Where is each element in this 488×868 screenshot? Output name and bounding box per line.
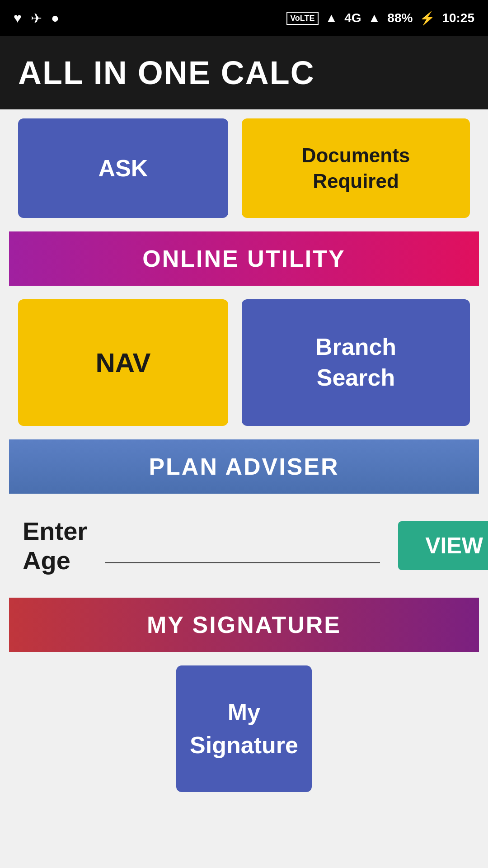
signature-section: MySignature	[9, 652, 479, 806]
status-bar-left: ♥ ✈ ●	[14, 10, 59, 26]
utility-buttons-row: NAV BranchSearch	[9, 286, 479, 439]
my-signature-button[interactable]: MySignature	[176, 665, 312, 792]
documents-required-button[interactable]: DocumentsRequired	[242, 118, 470, 218]
age-input[interactable]	[105, 528, 380, 563]
clock: 10:25	[442, 11, 474, 25]
ask-button[interactable]: ASK	[18, 118, 228, 218]
view-button[interactable]: VIEW	[398, 521, 488, 570]
top-buttons-row: ASK DocumentsRequired	[9, 109, 479, 231]
enter-age-row: Enter Age VIEW	[18, 512, 470, 580]
signal-icon: ▲	[325, 11, 338, 25]
battery-level: 88%	[387, 11, 413, 25]
my-signature-label: MySignature	[190, 696, 298, 762]
battery-icon: ⚡	[419, 11, 435, 26]
record-icon: ●	[51, 10, 59, 26]
my-signature-header[interactable]: MY SIGNATURE	[9, 598, 479, 652]
status-bar-right: VoLTE ▲ 4G ▲ 88% ⚡ 10:25	[286, 11, 474, 26]
branch-search-label: BranchSearch	[315, 332, 396, 393]
documents-label: DocumentsRequired	[302, 142, 410, 194]
plan-adviser-section: Enter Age VIEW	[9, 494, 479, 598]
branch-search-button[interactable]: BranchSearch	[242, 299, 470, 426]
volte-badge: VoLTE	[286, 12, 318, 25]
nav-button[interactable]: NAV	[18, 299, 228, 426]
signal-4g: 4G	[344, 11, 361, 25]
plan-adviser-header[interactable]: PLAN ADVISER	[9, 439, 479, 494]
enter-age-label: Enter Age	[23, 516, 87, 575]
app-title: ALL IN ONE CALC	[18, 55, 315, 91]
online-utility-header[interactable]: ONLINE UTILITY	[9, 231, 479, 286]
photo-icon: ✈	[31, 10, 42, 26]
main-content: ASK DocumentsRequired ONLINE UTILITY NAV…	[0, 109, 488, 806]
signal-bars: ▲	[368, 11, 381, 25]
status-bar: ♥ ✈ ● VoLTE ▲ 4G ▲ 88% ⚡ 10:25	[0, 0, 488, 36]
whatsapp-icon: ♥	[14, 10, 22, 26]
app-header: ALL IN ONE CALC	[0, 36, 488, 109]
